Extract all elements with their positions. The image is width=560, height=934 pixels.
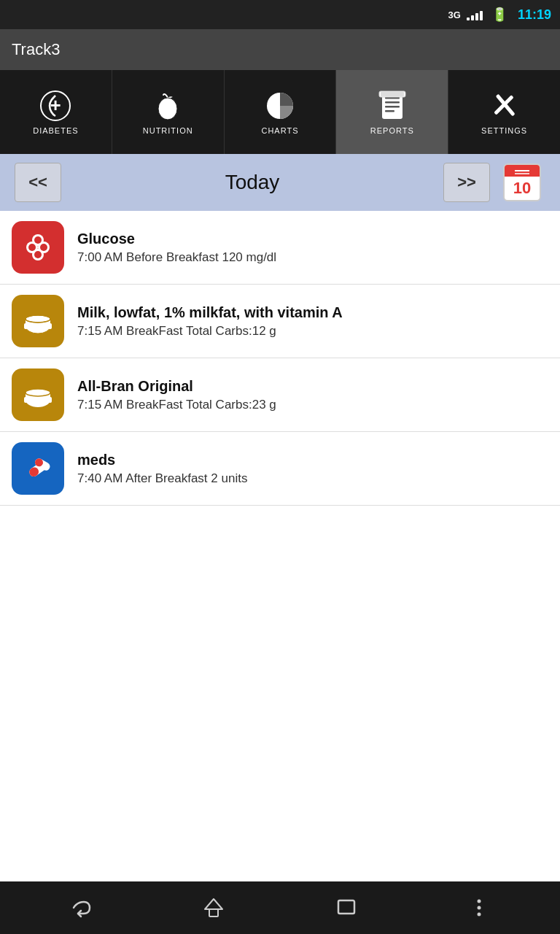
svg-rect-9 (385, 110, 394, 112)
bottom-bar (0, 881, 560, 934)
svg-point-44 (478, 906, 481, 910)
recent-button[interactable] (324, 889, 368, 926)
milk-title: Milk, lowfat, 1% milkfat, with vitamin A (77, 304, 343, 321)
svg-point-33 (26, 389, 50, 396)
glucose-detail: 7:00 AM Before Breakfast 120 mg/dl (77, 250, 276, 265)
list-item-milk[interactable]: Milk, lowfat, 1% milkfat, with vitamin A… (0, 285, 560, 358)
nav-tabs: + DIABETES NUTRITION CHARTS (0, 70, 560, 154)
back-icon (69, 896, 93, 919)
reports-icon (376, 90, 408, 122)
status-bar: 3G 🔋 11:19 (0, 0, 560, 29)
home-button[interactable] (192, 889, 236, 926)
svg-rect-35 (48, 397, 52, 403)
milk-text: Milk, lowfat, 1% milkfat, with vitamin A… (77, 304, 343, 339)
svg-marker-40 (205, 899, 222, 909)
milk-detail: 7:15 AM BreakFast Total Carbs:12 g (77, 324, 343, 339)
current-date-label: Today (70, 171, 435, 194)
tab-reports[interactable]: REPORTS (336, 70, 448, 154)
meds-icon (12, 442, 64, 495)
svg-rect-34 (24, 397, 28, 403)
charts-icon (264, 90, 296, 122)
svg-rect-7 (385, 101, 400, 104)
back-button[interactable] (59, 889, 103, 926)
title-bar: Track3 (0, 29, 560, 70)
content-list: Glucose 7:00 AM Before Breakfast 120 mg/… (0, 211, 560, 506)
more-icon (467, 896, 491, 919)
calendar-day: 10 (505, 177, 540, 200)
svg-rect-41 (209, 909, 218, 916)
svg-point-20 (28, 244, 36, 251)
meds-detail: 7:40 AM After Breakfast 2 units (77, 471, 247, 486)
svg-point-43 (478, 900, 481, 903)
glucose-icon (12, 221, 64, 274)
meds-title: meds (77, 452, 247, 468)
tab-diabetes[interactable]: + DIABETES (0, 70, 112, 154)
glucose-title: Glucose (77, 231, 276, 247)
tab-settings[interactable]: SETTINGS (448, 70, 560, 154)
meds-text: meds 7:40 AM After Breakfast 2 units (77, 452, 247, 486)
settings-icon (489, 90, 521, 122)
svg-rect-42 (338, 900, 354, 914)
calendar-button[interactable]: 10 (499, 159, 545, 206)
list-item-meds[interactable]: meds 7:40 AM After Breakfast 2 units (0, 432, 560, 506)
tab-charts-label: CHARTS (261, 126, 298, 135)
allbran-detail: 7:15 AM BreakFast Total Carbs:23 g (77, 398, 276, 412)
allbran-text: All-Bran Original 7:15 AM BreakFast Tota… (77, 378, 276, 412)
svg-rect-28 (24, 323, 28, 329)
recent-icon (335, 896, 358, 919)
tab-charts[interactable]: CHARTS (225, 70, 337, 154)
status-time: 11:19 (518, 7, 551, 23)
app-title: Track3 (12, 40, 60, 59)
prev-date-button[interactable]: << (15, 163, 61, 202)
tab-diabetes-label: DIABETES (33, 126, 78, 135)
tab-reports-label: REPORTS (370, 126, 414, 135)
more-button[interactable] (457, 889, 501, 926)
svg-rect-11 (381, 92, 404, 96)
svg-point-45 (478, 913, 481, 916)
signal-bars (467, 9, 483, 20)
allbran-title: All-Bran Original (77, 378, 276, 395)
home-icon (202, 896, 225, 919)
calendar-icon: 10 (503, 163, 541, 201)
network-indicator: 3G (448, 9, 461, 20)
battery-icon: 🔋 (491, 7, 508, 23)
food-icon-allbran (12, 368, 64, 421)
glucose-text: Glucose 7:00 AM Before Breakfast 120 mg/… (77, 231, 276, 265)
tab-nutrition-label: NUTRITION (143, 126, 193, 135)
diabetes-icon: + (39, 90, 71, 122)
svg-point-21 (40, 244, 47, 251)
tab-nutrition[interactable]: NUTRITION (112, 70, 225, 154)
svg-point-22 (34, 236, 42, 244)
tab-settings-label: SETTINGS (481, 126, 527, 135)
list-item-glucose[interactable]: Glucose 7:00 AM Before Breakfast 120 mg/… (0, 211, 560, 285)
food-icon-milk (12, 295, 64, 347)
list-item-allbran[interactable]: All-Bran Original 7:15 AM BreakFast Tota… (0, 358, 560, 432)
next-date-button[interactable]: >> (443, 163, 490, 202)
date-nav: << Today >> 10 (0, 154, 560, 211)
svg-rect-8 (385, 106, 400, 108)
svg-point-23 (34, 251, 42, 258)
svg-rect-29 (48, 323, 52, 329)
nutrition-icon (152, 90, 184, 122)
